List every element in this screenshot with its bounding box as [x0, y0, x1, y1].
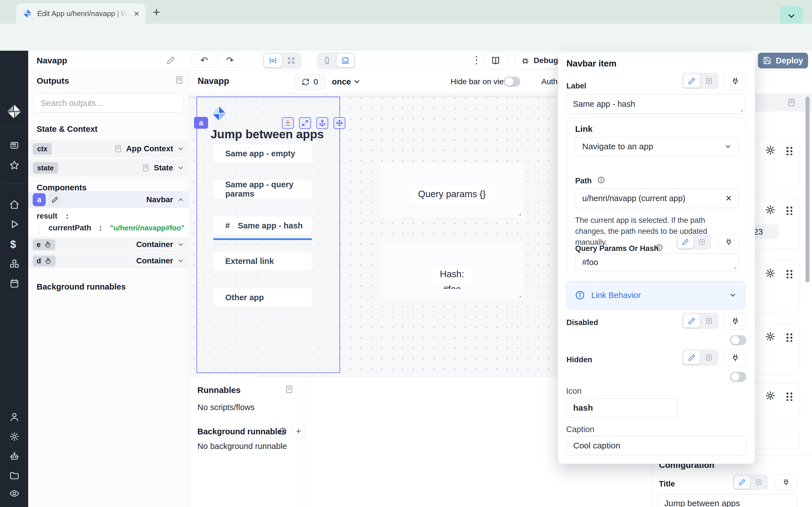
connect-plug-button[interactable] — [724, 313, 746, 330]
nav-item-query-params[interactable]: Same app - query params — [213, 180, 312, 199]
ctx-badge[interactable]: ctx — [33, 143, 52, 155]
mobile-view-button[interactable] — [318, 54, 336, 67]
component-id-tag[interactable]: a — [194, 117, 208, 129]
static-mode-button[interactable] — [677, 235, 693, 248]
drag-handle-icon[interactable] — [785, 391, 792, 401]
resize-corner-icon[interactable] — [516, 292, 522, 298]
chrome-panel-toggle-button[interactable] — [780, 6, 803, 26]
add-background-runnable-button[interactable] — [291, 424, 306, 439]
chevron-down-icon[interactable] — [177, 164, 185, 172]
static-mode-button[interactable] — [683, 351, 700, 364]
settings-gear-icon[interactable] — [9, 432, 19, 442]
refresh-count-button[interactable]: 0 — [294, 74, 326, 90]
state-badge[interactable]: state — [33, 162, 58, 174]
path-input[interactable]: u/henri/navapp (current app) × — [575, 188, 739, 208]
expand-down-control[interactable] — [282, 117, 294, 129]
query-params-container[interactable]: Query params {} — [380, 163, 523, 217]
center-layout-button[interactable] — [264, 54, 282, 67]
ctx-row[interactable]: ctx App Context — [28, 140, 189, 157]
state-row[interactable]: state State — [28, 159, 189, 176]
function-mode-button[interactable] — [701, 314, 717, 328]
drag-handle-icon[interactable] — [785, 332, 792, 342]
apps-icon[interactable] — [9, 140, 19, 151]
tab-close-icon[interactable]: × — [134, 8, 139, 19]
static-mode-button[interactable] — [683, 74, 700, 88]
connect-plug-button[interactable] — [724, 73, 746, 90]
component-d-badge[interactable]: d — [33, 256, 56, 267]
textarea-resize-icon[interactable] — [731, 264, 737, 270]
desktop-view-button[interactable] — [337, 54, 354, 67]
hide-bar-toggle[interactable] — [504, 76, 520, 87]
search-input[interactable] — [33, 94, 183, 113]
anchor-control[interactable] — [316, 117, 328, 129]
result-key[interactable]: result — [37, 212, 57, 221]
component-e-badge[interactable]: e — [33, 239, 55, 250]
static-mode-button[interactable] — [683, 314, 700, 328]
gear-icon[interactable] — [765, 332, 775, 342]
function-mode-button[interactable] — [694, 235, 710, 248]
gear-icon[interactable] — [765, 205, 775, 215]
redo-button[interactable]: ↷ — [217, 55, 243, 66]
windmill-logo[interactable] — [6, 104, 22, 119]
drag-handle-icon[interactable] — [785, 205, 792, 215]
hidden-toggle[interactable] — [730, 372, 746, 382]
function-mode-button[interactable] — [701, 351, 717, 364]
connect-plug-button[interactable] — [724, 349, 746, 366]
home-icon[interactable] — [9, 200, 19, 210]
favorites-star-icon[interactable] — [9, 160, 19, 170]
gear-icon[interactable] — [765, 391, 775, 401]
fullwidth-layout-button[interactable] — [283, 54, 300, 67]
runs-play-icon[interactable] — [9, 219, 19, 229]
collapse-panel-icon[interactable] — [175, 75, 184, 84]
textarea-resize-icon[interactable] — [738, 107, 743, 112]
drag-handle-icon[interactable] — [785, 269, 792, 278]
chevron-down-icon[interactable] — [177, 145, 185, 152]
debug-button[interactable]: Debug — [515, 52, 564, 69]
query-input[interactable]: #foo — [575, 253, 739, 271]
chevron-up-icon[interactable] — [177, 196, 185, 203]
currentpath-key[interactable]: currentPath — [49, 224, 91, 232]
rename-pencil-icon[interactable] — [166, 56, 175, 65]
collapse-panel-icon[interactable] — [285, 385, 294, 394]
connect-plug-button[interactable] — [718, 234, 739, 250]
deploy-button[interactable]: Deploy — [758, 53, 808, 68]
chevron-down-icon[interactable] — [177, 241, 185, 248]
collapse-panel-icon[interactable] — [787, 98, 796, 107]
users-icon[interactable] — [9, 412, 19, 422]
currentpath-value[interactable]: "u/henri/navapp#foo" — [110, 224, 185, 232]
caption-input[interactable]: Cool caption — [566, 436, 746, 455]
disabled-toggle[interactable] — [730, 335, 746, 345]
link-kind-select[interactable]: Navigate to an app — [575, 137, 739, 156]
schedules-calendar-icon[interactable] — [9, 278, 19, 288]
function-mode-button[interactable] — [751, 476, 767, 489]
static-mode-button[interactable] — [734, 476, 750, 489]
nav-item-same-app-empty[interactable]: Same app - empty — [213, 144, 312, 163]
icon-input[interactable]: hash — [566, 398, 678, 417]
scrollbar-thumb[interactable] — [806, 97, 809, 283]
resize-corner-icon[interactable] — [516, 210, 522, 216]
container-e-row[interactable]: e Container — [28, 237, 189, 252]
component-a-badge[interactable]: a — [33, 193, 46, 206]
container-d-row[interactable]: d Container — [28, 253, 189, 268]
gear-icon[interactable] — [765, 268, 775, 278]
docs-book-button[interactable] — [483, 52, 508, 69]
new-tab-button[interactable]: + — [153, 5, 160, 19]
hash-container[interactable]: Hash: #foo — [380, 242, 523, 299]
nav-item-external-link[interactable]: External link — [213, 252, 312, 270]
more-menu-icon[interactable]: ⋮ — [471, 54, 481, 66]
nav-item-other-app[interactable]: Other app — [213, 288, 312, 307]
chevron-down-icon[interactable] — [177, 257, 185, 265]
label-input[interactable]: Same app - hash — [566, 94, 745, 114]
drag-handle-icon[interactable] — [785, 146, 792, 155]
link-behavior-expander[interactable]: Link Behavior — [566, 281, 746, 309]
edit-id-pencil-button[interactable] — [49, 193, 61, 206]
nav-item-same-app-hash[interactable]: # Same app - hash — [213, 216, 312, 235]
fullscreen-control[interactable] — [299, 117, 311, 129]
move-control[interactable] — [334, 117, 345, 129]
refresh-mode-select[interactable]: once — [332, 77, 351, 87]
connect-plug-button[interactable] — [775, 474, 797, 490]
workers-bot-icon[interactable] — [9, 451, 19, 461]
gear-icon[interactable] — [765, 145, 775, 155]
title-input[interactable]: Jump between apps — [657, 494, 797, 507]
chevron-down-icon[interactable] — [353, 78, 361, 86]
